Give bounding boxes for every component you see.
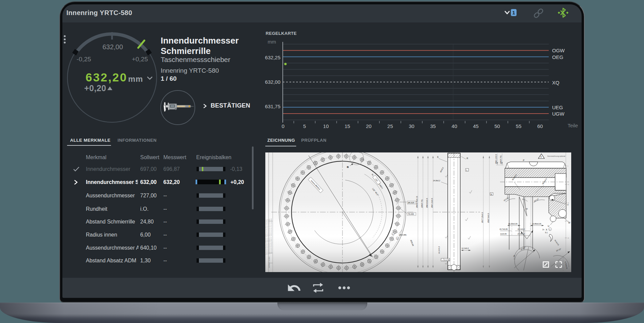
svg-text:632,25: 632,25: [265, 55, 280, 60]
svg-text:60: 60: [537, 123, 543, 129]
svg-text:Teile: Teile: [568, 123, 578, 128]
svg-text:!: !: [541, 155, 542, 158]
svg-text:30: 30: [409, 123, 415, 129]
svg-text:Technische Unterlage DIN ISO 1: Technische Unterlage DIN ISO 16016 beach…: [267, 219, 269, 255]
svg-text:m1,6-0,3: m1,6-0,3: [438, 246, 440, 254]
svg-text:(=360°): (=360°): [378, 183, 383, 189]
svg-text:(Ø937,75): (Ø937,75): [421, 199, 423, 208]
svg-text:UEG: UEG: [552, 105, 563, 110]
svg-text:+0,25: +0,25: [132, 56, 148, 63]
svg-text:55: 55: [516, 123, 522, 129]
svg-text:22: 22: [568, 221, 569, 222]
svg-text:B: B: [347, 166, 349, 169]
svg-text:632,00: 632,00: [102, 43, 123, 51]
svg-text:40: 40: [451, 123, 457, 129]
svg-text:45: 45: [473, 123, 479, 129]
svg-text:126° 46,5°: 126° 46,5°: [372, 188, 379, 196]
svg-text:Ø903,5±0,5: Ø903,5±0,5: [426, 198, 428, 208]
svg-text:Kennzeichnung optional: Kennzeichnung optional: [547, 155, 565, 157]
svg-text:1: 1: [466, 169, 467, 171]
svg-text:Ø6,925: Ø6,925: [408, 202, 414, 204]
svg-text:50: 50: [494, 123, 500, 129]
svg-text:Ø941,5±0,5: Ø941,5±0,5: [431, 198, 433, 208]
svg-text:35: 35: [430, 123, 436, 129]
svg-text:15,7±0,05: 15,7±0,05: [499, 228, 507, 230]
svg-text:75,435: 75,435: [408, 213, 414, 215]
svg-text:10: 10: [323, 123, 329, 129]
svg-text:(Ø23,88): (Ø23,88): [399, 234, 407, 236]
svg-text:5: 5: [303, 123, 306, 129]
svg-text:10: 10: [568, 184, 569, 185]
svg-text:-0,25: -0,25: [76, 56, 91, 63]
svg-text:XQ: XQ: [552, 80, 559, 85]
svg-text:Y: Y: [567, 204, 569, 206]
svg-text:Ø587,9±0,5: Ø587,9±0,5: [487, 213, 489, 223]
svg-text:OGW: OGW: [552, 48, 565, 53]
svg-text:5,75±0,15: 5,75±0,15: [565, 261, 568, 269]
svg-text:X: X: [546, 229, 547, 231]
svg-text:25: 25: [387, 123, 393, 129]
svg-text:13,85±0,05: 13,85±0,05: [532, 223, 541, 225]
svg-text:12,2±0,2: 12,2±0,2: [462, 247, 469, 249]
svg-text:GEPRÜFT 12.2021: GEPRÜFT 12.2021: [268, 256, 270, 268]
svg-text:1: 1: [392, 233, 393, 235]
svg-text:5:1: 5:1: [545, 232, 548, 234]
svg-text:22,2±0,2: 22,2±0,2: [518, 228, 525, 230]
svg-text:Technische Unterlage DIN ISO 1: Technische Unterlage DIN ISO 16016 beach…: [269, 219, 270, 254]
svg-text:28: 28: [568, 238, 569, 239]
svg-text:43°±3°: 43°±3°: [503, 197, 509, 201]
svg-text:Ø28,68: Ø28,68: [410, 240, 414, 246]
svg-text:Innere Ø608,5: Innere Ø608,5: [310, 180, 321, 191]
svg-text:S: S: [437, 156, 439, 158]
svg-text:1: 1: [549, 229, 550, 231]
svg-text:X: X: [522, 198, 524, 200]
svg-text:mm: mm: [268, 39, 276, 45]
svg-text:631,75: 631,75: [265, 104, 280, 109]
svg-text:Ø561,2±0,5: Ø561,2±0,5: [495, 154, 497, 164]
svg-text:24,8±0,2: 24,8±0,2: [433, 180, 440, 182]
svg-text:Technische Unterlage DIN ISO 1: Technische Unterlage DIN ISO 16016 beach…: [266, 219, 267, 255]
svg-text:W: W: [513, 255, 516, 257]
svg-text:15: 15: [344, 123, 350, 129]
svg-text:2: 2: [397, 238, 398, 240]
svg-text:632,00: 632,00: [265, 79, 280, 85]
svg-text:UGW: UGW: [552, 111, 565, 117]
svg-text:Ø577,25±0,5: Ø577,25±0,5: [481, 212, 483, 223]
svg-text:20: 20: [366, 123, 372, 129]
svg-text:0: 0: [282, 123, 284, 129]
svg-text:2x: 2x: [542, 229, 544, 231]
svg-text:⊥: ⊥: [442, 259, 443, 261]
svg-text:27,6±0,2: 27,6±0,2: [518, 233, 525, 235]
svg-text:19,25±0,05: 19,25±0,05: [508, 223, 518, 225]
svg-text:P: P: [523, 159, 525, 162]
svg-text:80±0,2: 80±0,2: [440, 167, 444, 173]
svg-text:(Ø637,75): (Ø637,75): [500, 155, 502, 164]
svg-text:16: 16: [568, 202, 569, 204]
svg-text:R: R: [467, 157, 468, 159]
svg-text:Δd: Δd: [526, 208, 528, 210]
svg-text:80,8±0,5: 80,8±0,5: [554, 239, 559, 246]
svg-text:Technische Unterlage DIN ISO 1: Technische Unterlage DIN ISO 16016 beach…: [271, 218, 272, 254]
svg-text:U: U: [548, 225, 549, 227]
svg-text:OEG: OEG: [552, 54, 563, 60]
svg-text:0,1: 0,1: [444, 259, 447, 261]
svg-text:4: 4: [568, 166, 568, 167]
svg-text:Ø948,75±0,15: Ø948,75±0,15: [416, 196, 418, 208]
svg-text:B: B: [491, 193, 492, 195]
svg-text:3x: 3x: [371, 173, 374, 176]
svg-text:25°±2°: 25°±2°: [556, 248, 562, 252]
svg-text:11±0,05: 11±0,05: [500, 233, 506, 235]
